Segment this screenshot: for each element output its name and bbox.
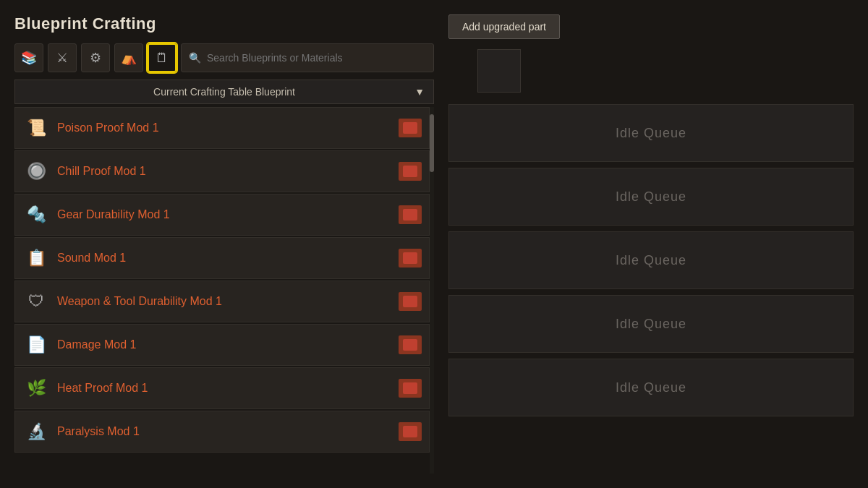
left-panel: Blueprint Crafting 📚 ⚔ ⚙ ⛺ 🗒 🔍 Current C…: [14, 14, 434, 474]
item-resource-icon: [399, 205, 422, 224]
blueprint-icon[interactable]: 🗒: [148, 43, 176, 72]
list-item[interactable]: 📄 Damage Mod 1: [14, 324, 430, 366]
item-resource-icon: [399, 292, 422, 311]
item-icon-poison: 📜: [22, 114, 50, 142]
list-item[interactable]: 📜 Poison Proof Mod 1: [14, 107, 430, 149]
queue-label: Idle Queue: [616, 253, 686, 268]
right-panel: Add upgraded part Idle Queue Idle Queue …: [448, 14, 854, 474]
queue-item-5[interactable]: Idle Queue: [448, 359, 854, 416]
queue-item-3[interactable]: Idle Queue: [448, 231, 854, 289]
dropdown-arrow-icon: ▼: [414, 86, 425, 98]
list-item[interactable]: 🔬 Paralysis Mod 1: [14, 411, 430, 453]
list-item[interactable]: 🌿 Heat Proof Mod 1: [14, 367, 430, 409]
search-box: 🔍: [181, 43, 434, 72]
queue-item-2[interactable]: Idle Queue: [448, 168, 854, 226]
queue-item-1[interactable]: Idle Queue: [448, 104, 854, 162]
list-item[interactable]: 🔘 Chill Proof Mod 1: [14, 150, 430, 192]
item-name: Sound Mod 1: [57, 252, 391, 265]
main-container: Blueprint Crafting 📚 ⚔ ⚙ ⛺ 🗒 🔍 Current C…: [0, 0, 868, 488]
item-name: Paralysis Mod 1: [57, 425, 391, 438]
queue-label: Idle Queue: [616, 380, 686, 395]
item-name: Weapon & Tool Durability Mod 1: [57, 295, 391, 308]
blueprint-list-wrapper: 📜 Poison Proof Mod 1 🔘 Chill Proof Mod 1…: [14, 107, 434, 474]
crafting-table-dropdown[interactable]: Current Crafting Table Blueprint ▼: [14, 80, 434, 104]
toolbar: 📚 ⚔ ⚙ ⛺ 🗒 🔍: [14, 43, 434, 72]
gear-icon[interactable]: ⚙: [81, 43, 110, 72]
queue-list: Idle Queue Idle Queue Idle Queue Idle Qu…: [448, 104, 854, 474]
queue-label: Idle Queue: [616, 126, 686, 141]
panel-title: Blueprint Crafting: [14, 14, 434, 33]
item-name: Poison Proof Mod 1: [57, 121, 391, 134]
item-icon-paralysis: 🔬: [22, 418, 50, 445]
scrollbar-thumb[interactable]: [430, 114, 434, 172]
part-slot[interactable]: [477, 49, 521, 93]
item-icon-chill: 🔘: [22, 158, 50, 185]
sword-icon[interactable]: ⚔: [48, 43, 77, 72]
item-name: Gear Durability Mod 1: [57, 208, 391, 221]
item-name: Chill Proof Mod 1: [57, 165, 391, 178]
item-resource-icon: [399, 422, 422, 441]
item-name: Heat Proof Mod 1: [57, 382, 391, 395]
search-input[interactable]: [207, 52, 426, 64]
item-resource-icon: [399, 162, 422, 181]
tent-icon[interactable]: ⛺: [114, 43, 143, 72]
item-resource-icon: [399, 119, 422, 137]
add-upgraded-part-button[interactable]: Add upgraded part: [448, 14, 560, 39]
list-item[interactable]: 📋 Sound Mod 1: [14, 237, 430, 279]
item-resource-icon: [399, 379, 422, 398]
item-icon-gear: 🔩: [22, 201, 50, 228]
item-icon-heat: 🌿: [22, 374, 50, 402]
queue-label: Idle Queue: [616, 317, 686, 332]
item-resource-icon: [399, 335, 422, 354]
queue-item-4[interactable]: Idle Queue: [448, 295, 854, 353]
scrollbar-track: [430, 107, 434, 474]
item-name: Damage Mod 1: [57, 338, 391, 351]
dropdown-label: Current Crafting Table Blueprint: [153, 86, 295, 98]
item-icon-damage: 📄: [22, 331, 50, 359]
item-icon-weapon: 🛡: [22, 288, 50, 315]
item-resource-icon: [399, 249, 422, 267]
item-icon-sound: 📋: [22, 244, 50, 272]
books-icon[interactable]: 📚: [14, 43, 43, 72]
queue-label: Idle Queue: [616, 189, 686, 205]
list-item[interactable]: 🛡 Weapon & Tool Durability Mod 1: [14, 281, 430, 322]
blueprint-list: 📜 Poison Proof Mod 1 🔘 Chill Proof Mod 1…: [14, 107, 430, 474]
list-item[interactable]: 🔩 Gear Durability Mod 1: [14, 194, 430, 236]
search-icon: 🔍: [189, 52, 201, 64]
